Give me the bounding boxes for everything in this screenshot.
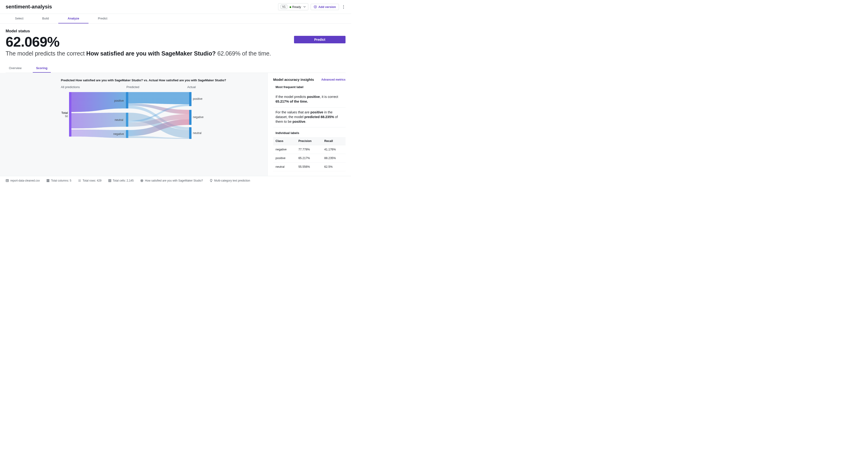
insights-panel: Model accuracy insights Advanced metrics… — [267, 73, 351, 176]
table-row: positive65.217%88.235% — [273, 154, 345, 163]
rows-icon — [78, 179, 81, 182]
footer-cells: Total cells: 2,145 — [108, 179, 134, 182]
main-tabs: Select Build Analyze Predict — [0, 14, 351, 24]
version-badge: V1 — [281, 5, 287, 9]
table-icon — [6, 179, 9, 182]
table-row: neutral55.556%62.5% — [273, 163, 345, 171]
tab-select[interactable]: Select — [6, 14, 33, 23]
chart-column-headers: All predictions Predicted Actual — [61, 85, 262, 89]
columns-icon — [46, 179, 50, 182]
most-frequent-label-heading: Most frequent label — [276, 85, 345, 89]
chart-title: Predicted How satisfied are you with Sag… — [61, 79, 262, 82]
predict-button[interactable]: Predict — [294, 36, 345, 43]
page-title: sentiment-analysis — [6, 4, 52, 10]
svg-rect-5 — [108, 179, 111, 182]
model-status-label: Model status — [6, 29, 271, 33]
sankey-node-act-positive — [189, 92, 191, 106]
sankey-label-act-negative: negative — [193, 115, 204, 119]
tab-predict[interactable]: Predict — [89, 14, 117, 23]
lightbulb-icon — [210, 179, 213, 182]
svg-rect-3 — [48, 179, 49, 182]
version-selector[interactable]: V1 Ready — [278, 3, 308, 10]
insights-title: Model accuracy insights — [273, 78, 314, 82]
footer-model-type: Multi-category text prediction — [210, 179, 250, 182]
footer-file: report-data-cleaned.csv — [6, 179, 40, 182]
tab-build[interactable]: Build — [33, 14, 58, 23]
footer-rows: Total rows: 429 — [78, 179, 102, 182]
advanced-metrics-link[interactable]: Advanced metrics — [321, 78, 345, 81]
model-status-sentence: The model predicts the correct How satis… — [6, 50, 271, 57]
grid-icon — [108, 179, 112, 182]
insight-precision-sentence: If the model predicts positive, it is co… — [273, 92, 345, 108]
sankey-node-act-negative — [189, 110, 191, 125]
model-accuracy-percent: 62.069% — [6, 34, 271, 49]
svg-rect-1 — [6, 180, 8, 182]
sankey-label-total: Total50 — [52, 111, 68, 118]
header-actions: V1 Ready Add version — [278, 3, 345, 10]
status-bar: report-data-cleaned.csv Total columns: 5… — [0, 176, 351, 185]
sankey-label-pred-positive: positive — [114, 99, 124, 103]
sankey-node-pred-negative — [126, 130, 128, 138]
th-recall: Recall — [322, 137, 345, 145]
th-precision: Precision — [296, 137, 322, 145]
labels-metrics-table: Class Precision Recall negative77.778%41… — [273, 137, 345, 171]
insight-recall-sentence: For the values that are positive in the … — [273, 108, 345, 128]
sankey-label-act-positive: positive — [193, 97, 203, 101]
th-class: Class — [273, 137, 296, 145]
footer-target: How satisfied are you with SageMaker Stu… — [140, 179, 203, 182]
sankey-label-pred-negative: negative — [113, 132, 124, 136]
status-indicator: Ready — [289, 5, 301, 9]
svg-point-8 — [142, 180, 142, 181]
sankey-node-pred-positive — [126, 92, 128, 109]
svg-rect-2 — [47, 179, 48, 182]
individual-labels-heading: Individual labels — [276, 131, 345, 135]
svg-rect-4 — [49, 179, 50, 182]
plus-circle-icon — [314, 5, 317, 8]
sankey-svg — [61, 92, 201, 139]
app-header: sentiment-analysis V1 Ready Add version — [0, 0, 351, 14]
sankey-chart-area: Predicted How satisfied are you with Sag… — [0, 73, 267, 176]
more-menu-button[interactable] — [341, 4, 345, 9]
footer-cols: Total columns: 5 — [46, 179, 71, 182]
sankey-node-total — [69, 92, 71, 137]
sub-tabs: Overview Scoring — [6, 64, 345, 73]
target-icon — [140, 179, 144, 182]
chevron-down-icon — [303, 6, 306, 8]
subtab-overview[interactable]: Overview — [6, 64, 25, 73]
sankey-label-act-neutral: neutral — [193, 132, 202, 135]
sankey-node-act-neutral — [189, 127, 191, 139]
sankey-node-pred-neutral — [126, 113, 128, 127]
table-row: negative77.778%41.176% — [273, 145, 345, 154]
subtab-scoring[interactable]: Scoring — [33, 64, 51, 73]
sankey-diagram: Total50 positive neutral negative positi… — [61, 92, 201, 139]
add-version-button[interactable]: Add version — [311, 4, 339, 10]
sankey-label-pred-neutral: neutral — [115, 118, 123, 121]
tab-analyze[interactable]: Analyze — [58, 14, 89, 23]
